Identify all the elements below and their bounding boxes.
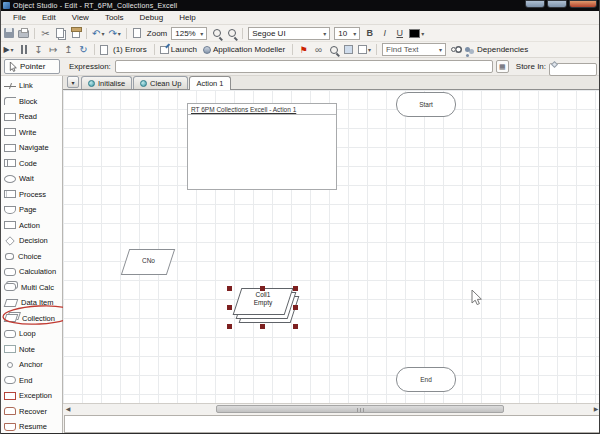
tool-write[interactable]: Write: [1, 125, 62, 141]
zoom-out-button[interactable]: [225, 26, 238, 40]
menu-help[interactable]: Help: [171, 13, 203, 22]
data-item-stage-cno[interactable]: CNo: [121, 248, 176, 277]
breakpoint-button[interactable]: ∞: [312, 43, 325, 57]
tool-process[interactable]: Process: [1, 187, 62, 203]
highlight-button[interactable]: [342, 43, 355, 57]
minimize-button[interactable]: [525, 0, 545, 8]
horizontal-scrollbar[interactable]: ◀ ▶: [63, 403, 600, 413]
tool-resume[interactable]: Resume: [1, 419, 62, 434]
scroll-left-button[interactable]: ◀: [63, 404, 73, 414]
selection-handle[interactable]: [293, 305, 298, 310]
outline-button[interactable]: ▾: [357, 43, 372, 57]
paste-icon: [72, 28, 80, 38]
menu-debug[interactable]: Debug: [132, 13, 172, 22]
dependencies-button[interactable]: Dependencies: [464, 43, 531, 57]
scroll-right-button[interactable]: ▶: [591, 404, 600, 414]
tool-decision[interactable]: Decision: [1, 233, 62, 249]
find-next-button[interactable]: [449, 43, 462, 57]
errors-button[interactable]: (1) Errors: [99, 43, 150, 57]
step-over-button[interactable]: ↦: [47, 43, 60, 57]
selection-handle[interactable]: [227, 305, 232, 310]
page-info-box[interactable]: RT 6PM Collections Excell - Action 1: [187, 103, 337, 190]
selection-handle[interactable]: [293, 286, 298, 291]
cut-button[interactable]: ✂: [39, 26, 52, 40]
print-button[interactable]: [17, 26, 30, 40]
tool-multi-calc[interactable]: Multi Calc: [1, 280, 62, 296]
tool-block[interactable]: Block: [1, 94, 62, 110]
flow-canvas[interactable]: RT 6PM Collections Excell - Action 1 Sta…: [63, 90, 600, 403]
tab-initialise[interactable]: Initialise: [81, 76, 132, 89]
underline-button[interactable]: U: [393, 26, 406, 40]
tab-scroll-button[interactable]: ▾: [67, 76, 79, 88]
errors-label: (1) Errors: [113, 45, 147, 54]
selection-handle[interactable]: [293, 324, 298, 329]
scrollbar-thumb[interactable]: [216, 405, 504, 413]
save-button[interactable]: [2, 26, 15, 40]
start-stage[interactable]: Start: [396, 92, 456, 117]
font-select[interactable]: Segoe UI▾: [248, 27, 330, 40]
tab-label: Clean Up: [150, 79, 181, 88]
tool-page[interactable]: Page: [1, 202, 62, 218]
menu-file[interactable]: File: [5, 13, 34, 22]
selection-handle[interactable]: [260, 324, 265, 329]
copy-button[interactable]: [54, 26, 67, 40]
zoom-select[interactable]: 125%▾: [171, 27, 207, 40]
maximize-button[interactable]: [547, 0, 567, 8]
tool-code[interactable]: Code: [1, 156, 62, 172]
collection-text: Coll1 Empty: [237, 291, 289, 307]
bold-button[interactable]: B: [363, 26, 376, 40]
expression-input[interactable]: [115, 60, 493, 73]
redo-button[interactable]: ↷▾: [107, 26, 121, 40]
menu-view[interactable]: View: [64, 13, 97, 22]
tool-note[interactable]: Note: [1, 342, 62, 358]
undo-button[interactable]: ↶▾: [91, 26, 105, 40]
tool-choice[interactable]: Choice: [1, 249, 62, 265]
tool-action[interactable]: Action: [1, 218, 62, 234]
tool-data-item[interactable]: Data Item: [1, 295, 62, 311]
toolbar-debug: ▶▾ ↧ ↦ ↥ ↻ (1) Errors Launch Application…: [1, 42, 599, 58]
selection-handle[interactable]: [227, 286, 232, 291]
scrollbar-track[interactable]: [73, 404, 591, 414]
tool-end[interactable]: End: [1, 373, 62, 389]
tool-link[interactable]: Link: [1, 78, 62, 94]
expression-editor-button[interactable]: ▦: [496, 60, 509, 73]
tab-clean-up[interactable]: Clean Up: [133, 76, 188, 89]
collection-stage-coll1[interactable]: Coll1 Empty: [229, 288, 296, 327]
menu-tools[interactable]: Tools: [97, 13, 132, 22]
selection-handle[interactable]: [260, 286, 265, 291]
tool-label: Navigate: [19, 143, 49, 152]
tool-recover[interactable]: Recover: [1, 404, 62, 420]
pause-button[interactable]: [17, 43, 30, 57]
menu-edit[interactable]: Edit: [34, 13, 64, 22]
reset-button[interactable]: ↻: [77, 43, 90, 57]
step-into-button[interactable]: ↧: [32, 43, 45, 57]
step-out-button[interactable]: ↥: [62, 43, 75, 57]
tool-read[interactable]: Read: [1, 109, 62, 125]
tool-loop[interactable]: Loop: [1, 326, 62, 342]
selection-handle[interactable]: [227, 324, 232, 329]
zoom-in-button[interactable]: [210, 26, 223, 40]
play-button[interactable]: ▶▾: [2, 43, 15, 57]
find-options-button[interactable]: [327, 43, 340, 57]
application-modeller-button[interactable]: Application Modeller: [202, 43, 288, 57]
find-text-combo[interactable]: Find Text▾: [382, 43, 446, 56]
tool-collection[interactable]: Collection: [1, 311, 62, 327]
wait-icon: [4, 175, 16, 183]
pointer-tool-button[interactable]: Pointer: [4, 59, 60, 74]
scissors-icon: ✂: [41, 28, 49, 39]
flag-button[interactable]: ⚑: [297, 43, 310, 57]
paste-button[interactable]: [69, 26, 82, 40]
tool-wait[interactable]: Wait: [1, 171, 62, 187]
tab-action-1[interactable]: Action 1: [189, 76, 230, 90]
tool-exception[interactable]: Exception: [1, 388, 62, 404]
new-page-button[interactable]: [131, 26, 144, 40]
font-size-select[interactable]: 10▾: [334, 27, 360, 40]
tool-anchor[interactable]: Anchor: [1, 357, 62, 373]
tool-navigate[interactable]: Navigate: [1, 140, 62, 156]
end-stage[interactable]: End: [396, 367, 456, 392]
launch-button[interactable]: Launch: [159, 43, 200, 57]
italic-button[interactable]: I: [378, 26, 391, 40]
tool-calculation[interactable]: Calculation: [1, 264, 62, 280]
close-button[interactable]: [569, 0, 597, 8]
font-color-button[interactable]: ▾: [408, 26, 425, 40]
